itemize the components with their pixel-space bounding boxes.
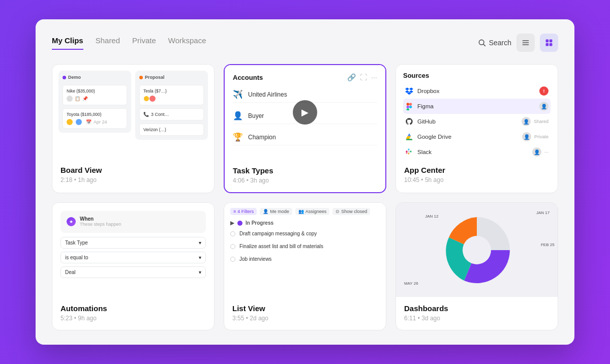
task-header-icons: 🔗 ⛶ ··· bbox=[347, 73, 377, 81]
grid-view-button[interactable] bbox=[540, 34, 558, 52]
tab-my-clips[interactable]: My Clips bbox=[52, 36, 83, 50]
task-row-champion: 🏆 Champion bbox=[233, 129, 377, 145]
automations-meta: 5:23 • 9h ago bbox=[60, 315, 206, 322]
svg-rect-6 bbox=[550, 40, 553, 43]
svg-line-1 bbox=[483, 44, 485, 46]
list-filters: ≡ 4 Filters 👤 Me mode 👥 Assignees ⊙ bbox=[230, 208, 380, 215]
svg-rect-11 bbox=[407, 106, 409, 108]
app-center-meta: 10:45 • 5h ago bbox=[404, 176, 550, 184]
svg-rect-8 bbox=[550, 43, 553, 46]
dropbox-label: Dropbox bbox=[417, 88, 439, 94]
slack-label: Slack bbox=[417, 149, 432, 155]
select-is-equal[interactable]: is equal to ▾ bbox=[60, 252, 206, 263]
app-row-github: GitHub 👤 Shared bbox=[403, 114, 551, 129]
list-view-card[interactable]: ≡ 4 Filters 👤 Me mode 👥 Assignees ⊙ bbox=[224, 202, 386, 330]
list-view-preview: ≡ 4 Filters 👤 Me mode 👥 Assignees ⊙ bbox=[224, 203, 386, 297]
list-icon bbox=[522, 39, 530, 47]
dashboards-card[interactable]: JAN 12 JAN 17 FEB 25 MAY 26 Dashboards 6… bbox=[395, 202, 558, 330]
board-view-meta: 2:18 • 1h ago bbox=[60, 176, 206, 184]
github-icon bbox=[405, 117, 413, 126]
svg-rect-5 bbox=[546, 40, 549, 43]
filter-chip-memode: 👤 Me mode bbox=[260, 208, 292, 215]
list-view-button[interactable] bbox=[516, 34, 535, 52]
svg-rect-12 bbox=[407, 108, 409, 110]
slack-icon bbox=[405, 148, 413, 156]
dashboards-title: Dashboards bbox=[404, 304, 550, 313]
app-center-preview-title: Sources bbox=[403, 72, 551, 79]
tab-private[interactable]: Private bbox=[132, 36, 156, 50]
svg-rect-18 bbox=[406, 153, 407, 153]
dashboards-preview: JAN 12 JAN 17 FEB 25 MAY 26 bbox=[396, 203, 558, 297]
list-item-3: Job interviews bbox=[230, 254, 380, 264]
header-right: Search bbox=[478, 34, 558, 52]
when-title: When bbox=[80, 216, 121, 222]
board-view-preview: Demo Nike ($35,000) 📋 📌 Toyota ($185,00 bbox=[52, 65, 214, 159]
github-label: GitHub bbox=[417, 118, 436, 125]
pie-chart bbox=[436, 212, 517, 288]
svg-point-20 bbox=[463, 236, 491, 264]
app-row-gdrive: Google Drive 👤 Private bbox=[403, 129, 551, 144]
search-button[interactable]: Search bbox=[478, 39, 511, 47]
svg-point-13 bbox=[409, 106, 412, 108]
app-container: My Clips Shared Private Workspace Search bbox=[36, 19, 574, 345]
clips-grid: Demo Nike ($35,000) 📋 📌 Toyota ($185,00 bbox=[52, 64, 558, 330]
board-view-card[interactable]: Demo Nike ($35,000) 📋 📌 Toyota ($185,00 bbox=[52, 64, 215, 193]
board-view-title: Board View bbox=[60, 166, 206, 174]
search-icon bbox=[478, 39, 486, 47]
dashboards-footer: Dashboards 6:11 • 3d ago bbox=[396, 297, 558, 330]
automations-card[interactable]: ★ When These steps happen Task Type ▾ bbox=[52, 202, 215, 330]
board-col-demo: Demo Nike ($35,000) 📋 📌 Toyota ($185,00 bbox=[58, 71, 131, 133]
tab-shared[interactable]: Shared bbox=[96, 36, 120, 50]
svg-rect-10 bbox=[409, 103, 412, 105]
automations-preview: ★ When These steps happen Task Type ▾ bbox=[52, 203, 214, 297]
automations-title: Automations bbox=[60, 304, 206, 313]
board-card-toyota: Toyota ($185,000) 📅 Apr 24 bbox=[63, 108, 127, 129]
pie-label-feb25: FEB 25 bbox=[541, 242, 555, 247]
task-types-header: Accounts 🔗 ⛶ ··· bbox=[233, 73, 377, 81]
task-types-card[interactable]: Accounts 🔗 ⛶ ··· ✈️ United Airlines 👤 bbox=[224, 64, 386, 193]
select-task-type[interactable]: Task Type ▾ bbox=[60, 237, 206, 249]
app-row-slack: Slack 👤 ··· bbox=[403, 144, 551, 159]
svg-rect-14 bbox=[406, 150, 407, 152]
expand-icon: ⛶ bbox=[360, 73, 367, 81]
svg-rect-17 bbox=[408, 153, 409, 154]
task-types-footer: Task Types 4:06 • 3h ago bbox=[225, 159, 385, 192]
task-types-title: Task Types bbox=[233, 166, 377, 175]
svg-rect-19 bbox=[408, 150, 409, 152]
grid-icon bbox=[545, 39, 553, 47]
svg-rect-16 bbox=[410, 150, 411, 152]
gdrive-label: Google Drive bbox=[417, 134, 451, 140]
slack-extra: ··· bbox=[544, 149, 548, 155]
svg-rect-4 bbox=[523, 44, 529, 45]
more-icon: ··· bbox=[371, 73, 377, 81]
figma-icon bbox=[405, 102, 413, 110]
search-label: Search bbox=[489, 39, 511, 47]
svg-rect-15 bbox=[408, 148, 409, 150]
dropbox-icon bbox=[405, 87, 413, 95]
filter-chip-assignees: 👥 Assignees bbox=[295, 208, 330, 215]
list-item-2: Finalize asset list and bill of material… bbox=[230, 241, 380, 251]
list-view-meta: 3:55 • 2d ago bbox=[232, 315, 378, 322]
play-button[interactable]: ▶ bbox=[293, 100, 317, 125]
gdrive-icon bbox=[405, 133, 413, 141]
board-view-footer: Board View 2:18 • 1h ago bbox=[52, 159, 214, 192]
board-col-demo-label: Demo bbox=[68, 75, 81, 80]
airlines-label: United Airlines bbox=[248, 91, 287, 98]
tabs-bar: My Clips Shared Private Workspace bbox=[52, 36, 206, 50]
tab-workspace[interactable]: Workspace bbox=[168, 36, 206, 50]
champion-label: Champion bbox=[248, 134, 276, 141]
buyer-icon: 👤 bbox=[233, 111, 243, 120]
dashboards-meta: 6:11 • 3d ago bbox=[404, 315, 550, 322]
header: My Clips Shared Private Workspace Search bbox=[52, 34, 558, 52]
svg-rect-9 bbox=[407, 103, 409, 105]
filter-chip-showclosed: ⊙ Show closed bbox=[332, 208, 370, 215]
airlines-icon: ✈️ bbox=[233, 89, 243, 99]
app-center-card[interactable]: Sources Dropbox ! bbox=[395, 64, 558, 193]
gdrive-extra: Private bbox=[534, 134, 548, 139]
github-extra: Shared bbox=[534, 119, 548, 124]
board-col-proposal-label: Proposal bbox=[145, 75, 165, 80]
task-types-header-title: Accounts bbox=[233, 74, 263, 81]
svg-rect-2 bbox=[523, 40, 529, 41]
select-deal[interactable]: Deal ▾ bbox=[60, 266, 206, 278]
when-subtitle: These steps happen bbox=[80, 222, 121, 227]
